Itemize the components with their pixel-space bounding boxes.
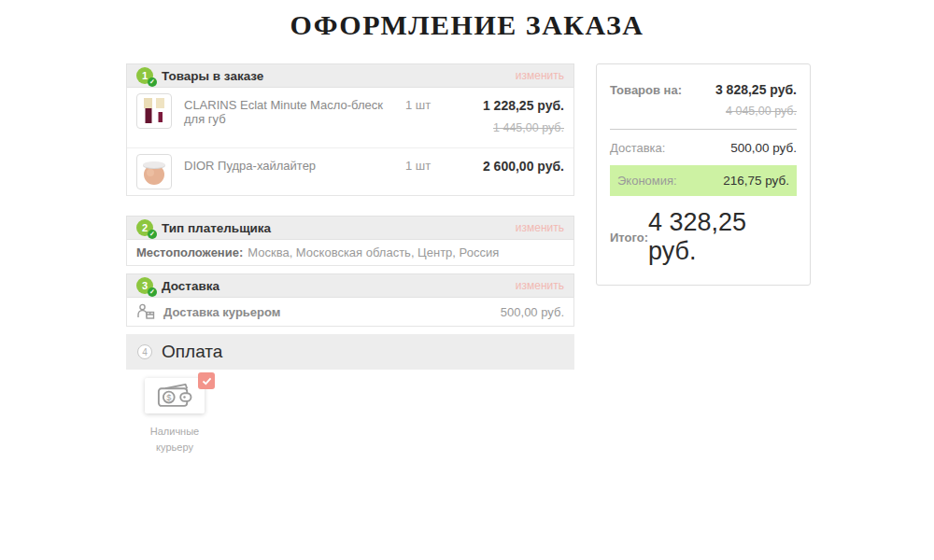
product-prices: 2 600,00 руб. <box>450 154 564 181</box>
powder-image <box>137 155 171 189</box>
product-old-price: 1 445,00 руб. <box>450 121 564 134</box>
section-delivery-title: Доставка <box>162 279 219 293</box>
summary-delivery-row: Доставка: 500,00 руб. <box>610 141 797 155</box>
section-payer-title: Тип плательщика <box>162 221 271 235</box>
summary-savings-label: Экономия: <box>617 174 677 188</box>
delivery-price: 500,00 руб. <box>501 305 564 319</box>
product-row: CLARINS Eclat Minute Масло-блеск для губ… <box>127 88 573 147</box>
selected-check-badge-icon <box>198 372 215 389</box>
product-thumbnail-powder <box>136 154 172 189</box>
step-2-check-icon: ✓ <box>148 230 157 239</box>
summary-total-row: Итого: 4 328,25 руб. <box>610 208 797 266</box>
edit-payer-link[interactable]: изменить <box>516 221 564 234</box>
step-1-number: 1 <box>142 70 148 81</box>
section-delivery: 3 ✓ Доставка изменить Доставка курьером … <box>126 273 574 327</box>
payer-location-row: Местоположение: Москва, Московская облас… <box>126 240 574 266</box>
delivery-method-name: Доставка курьером <box>163 305 280 319</box>
section-products: 1 ✓ Товары в заказе изменить <box>126 63 574 196</box>
section-payment-title: Оплата <box>162 342 222 362</box>
summary-delivery-value: 500,00 руб. <box>730 141 797 155</box>
summary-savings-row: Экономия: 216,75 руб. <box>610 165 797 196</box>
product-price: 2 600,00 руб. <box>450 159 564 174</box>
step-1-indicator: 1 ✓ <box>136 67 153 84</box>
section-payer: 2 ✓ Тип плательщика изменить Местоположе… <box>126 216 574 266</box>
payment-option-tile[interactable]: $ <box>145 378 205 413</box>
product-row: DIOR Пудра-хайлайтер 1 шт 2 600,00 руб. <box>127 147 573 195</box>
product-quantity: 1 шт <box>405 154 450 173</box>
step-3-check-icon: ✓ <box>148 287 157 297</box>
summary-total-label: Итого: <box>610 231 648 245</box>
wallet-icon: $ <box>155 383 194 409</box>
summary-delivery-label: Доставка: <box>610 141 665 155</box>
delivery-method-row: Доставка курьером 500,00 руб. <box>126 298 574 327</box>
payment-option-label: Наличные курьеру <box>145 424 205 455</box>
summary-products-row: Товаров на: 3 828,25 руб. <box>610 82 797 97</box>
product-quantity: 1 шт <box>405 93 450 112</box>
step-1-check-icon: ✓ <box>148 77 157 87</box>
step-4-number: 4 <box>142 347 148 357</box>
section-products-title: Товары в заказе <box>162 69 263 83</box>
product-thumbnail-lipgloss <box>136 93 172 129</box>
order-summary-card: Товаров на: 3 828,25 руб. 4 045,00 руб. … <box>596 63 811 286</box>
summary-savings-value: 216,75 руб. <box>723 174 789 188</box>
summary-divider <box>610 129 797 130</box>
payment-option-cash-courier[interactable]: $ Наличные курьеру <box>137 378 212 455</box>
products-list: CLARINS Eclat Minute Масло-блеск для губ… <box>126 88 574 196</box>
payment-options-area: $ Наличные курьеру Наличные курьеру <box>126 370 574 560</box>
step-2-indicator: 2 ✓ <box>136 219 153 236</box>
section-delivery-header: 3 ✓ Доставка изменить <box>126 273 574 298</box>
summary-products-label: Товаров на: <box>610 83 682 97</box>
section-payment-header: 4 Оплата <box>126 334 574 370</box>
summary-products-value: 3 828,25 руб. <box>715 82 797 97</box>
courier-icon <box>136 303 155 320</box>
checkout-page: ОФОРМЛЕНИЕ ЗАКАЗА 1 ✓ Товары в заказе из… <box>0 0 934 560</box>
location-label: Местоположение: <box>136 245 243 259</box>
location-value: Москва, Московская область, Центр, Росси… <box>248 245 499 259</box>
svg-text:$: $ <box>166 393 172 402</box>
summary-products-old-value: 4 045,00 руб. <box>610 105 797 118</box>
product-prices: 1 228,25 руб. 1 445,00 руб. <box>450 93 564 142</box>
edit-products-link[interactable]: изменить <box>516 69 564 82</box>
product-name: DIOR Пудра-хайлайтер <box>184 154 405 173</box>
page-title: ОФОРМЛЕНИЕ ЗАКАЗА <box>0 9 934 41</box>
step-4-indicator: 4 <box>137 344 152 359</box>
section-products-header: 1 ✓ Товары в заказе изменить <box>126 63 574 88</box>
section-payer-header: 2 ✓ Тип плательщика изменить <box>126 216 574 240</box>
step-2-number: 2 <box>142 222 148 233</box>
section-payment: 4 Оплата $ <box>126 334 574 560</box>
checkout-main-column: 1 ✓ Товары в заказе изменить <box>126 63 574 560</box>
step-3-number: 3 <box>142 280 148 291</box>
edit-delivery-link[interactable]: изменить <box>516 279 564 292</box>
product-name: CLARINS Eclat Minute Масло-блеск для губ <box>184 93 405 126</box>
product-price: 1 228,25 руб. <box>450 98 564 113</box>
lipgloss-image <box>137 94 171 128</box>
summary-total-value: 4 328,25 руб. <box>648 208 797 266</box>
step-3-indicator: 3 ✓ <box>136 277 153 294</box>
